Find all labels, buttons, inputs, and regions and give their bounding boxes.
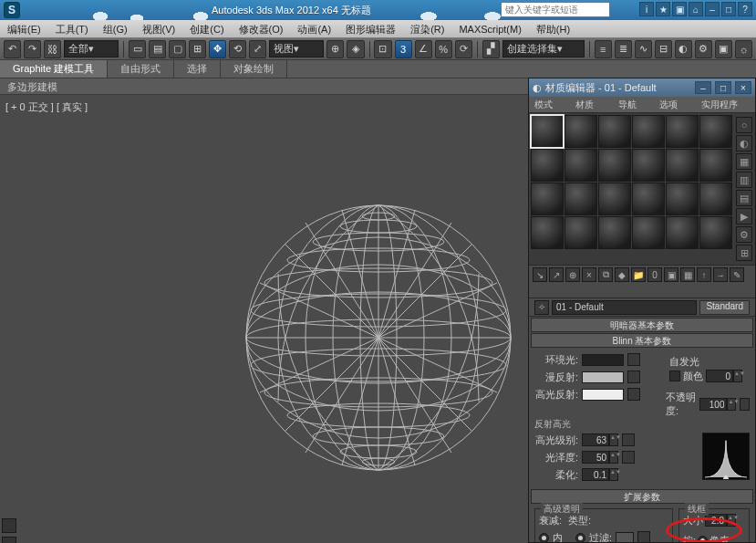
- material-slot[interactable]: [666, 115, 699, 148]
- material-slot[interactable]: [598, 216, 631, 249]
- put-library-icon[interactable]: 📁: [631, 267, 646, 282]
- opacity-spinner[interactable]: [699, 398, 727, 411]
- schematic-icon[interactable]: ⊟: [655, 40, 672, 58]
- material-slot[interactable]: [531, 149, 564, 182]
- window-crossing-icon[interactable]: ⊞: [189, 40, 206, 58]
- diffuse-swatch[interactable]: [582, 371, 624, 383]
- refcoord-combo[interactable]: 视图 ▾: [269, 40, 324, 57]
- material-slot[interactable]: [699, 149, 732, 182]
- get-material-icon[interactable]: ↘: [533, 267, 547, 282]
- material-slot[interactable]: [598, 183, 631, 215]
- material-slot[interactable]: [531, 183, 564, 215]
- background-icon[interactable]: ▦: [736, 153, 752, 170]
- menu-graph[interactable]: 图形编辑器: [338, 20, 403, 37]
- spec-level-spinner[interactable]: [582, 433, 609, 446]
- select-name-icon[interactable]: ▤: [149, 40, 166, 58]
- named-selection-combo[interactable]: 创建选择集 ▾: [502, 40, 585, 57]
- material-slot[interactable]: [699, 115, 732, 148]
- menu-animation[interactable]: 动画(A): [290, 20, 338, 37]
- link-icon[interactable]: ⛓: [44, 40, 61, 58]
- gloss-spinner[interactable]: [582, 451, 609, 464]
- slot-count-icon[interactable]: ⊞: [736, 245, 752, 261]
- info-icon[interactable]: i: [639, 2, 654, 16]
- help-search-input[interactable]: [501, 2, 610, 17]
- material-slot[interactable]: [598, 149, 631, 182]
- filter-swatch[interactable]: [616, 532, 634, 543]
- soften-spinner[interactable]: [582, 468, 609, 481]
- sample-type-icon[interactable]: ○: [736, 117, 752, 133]
- curve-editor-icon[interactable]: ∿: [635, 40, 652, 58]
- ambient-swatch[interactable]: [582, 354, 624, 366]
- material-slot-1[interactable]: [531, 115, 564, 148]
- opacity-map-icon[interactable]: [740, 398, 750, 411]
- type-filter-radio[interactable]: [575, 533, 585, 543]
- material-slot[interactable]: [632, 149, 665, 182]
- angle-snap-icon[interactable]: ∠: [415, 40, 432, 58]
- menu-render[interactable]: 渲染(R): [403, 20, 451, 37]
- render-icon[interactable]: ☼: [735, 40, 752, 58]
- percent-snap-icon[interactable]: %: [435, 40, 452, 58]
- material-slot[interactable]: [666, 183, 699, 215]
- mat-menu-options[interactable]: 选项(O): [654, 97, 696, 112]
- mat-max-button[interactable]: □: [715, 81, 731, 94]
- viewport-label[interactable]: [ + 0 正交 ] [ 真实 ]: [5, 100, 88, 114]
- diffuse-map-icon[interactable]: [627, 371, 640, 383]
- ribbon-tab-paint[interactable]: 对象绘制: [221, 60, 287, 78]
- rollout-shader-params[interactable]: 明暗器基本参数: [531, 318, 753, 332]
- spec-level-map-icon[interactable]: [622, 433, 635, 446]
- go-forward-icon[interactable]: →: [713, 267, 728, 282]
- menu-edit[interactable]: 编辑(E): [0, 20, 48, 37]
- align-icon[interactable]: ≡: [595, 40, 612, 58]
- ribbon-tab-freeform[interactable]: 自由形式: [108, 60, 174, 78]
- show-end-icon[interactable]: ▦: [680, 267, 695, 282]
- pick-material-icon[interactable]: ✎: [730, 267, 744, 282]
- material-editor-icon[interactable]: ◐: [675, 40, 692, 58]
- sample-uv-icon[interactable]: ▥: [736, 172, 752, 188]
- material-slot[interactable]: [632, 216, 665, 249]
- snap-toggle-icon[interactable]: ⊡: [374, 40, 391, 58]
- render-frame-icon[interactable]: ▣: [715, 40, 732, 58]
- material-slot[interactable]: [564, 216, 597, 249]
- video-check-icon[interactable]: ▤: [736, 190, 752, 206]
- material-slot[interactable]: [632, 115, 665, 148]
- wire-pixels-radio[interactable]: [698, 536, 708, 543]
- filter-map-icon[interactable]: [637, 531, 650, 542]
- steering-wheel-icon[interactable]: [2, 537, 16, 543]
- material-slot[interactable]: [699, 183, 732, 215]
- mat-menu-util[interactable]: 实用程序(U): [696, 97, 755, 112]
- material-type-button[interactable]: Standard: [699, 300, 750, 315]
- ambient-lock-icon[interactable]: [627, 353, 640, 366]
- viewcube-icon[interactable]: [2, 518, 16, 533]
- menu-view[interactable]: 视图(V): [135, 20, 183, 37]
- scale-icon[interactable]: ⤢: [249, 40, 266, 58]
- spinner-snap-icon[interactable]: ⟳: [455, 40, 472, 58]
- wire-size-spinner[interactable]: [705, 514, 727, 527]
- move-icon[interactable]: ✥: [209, 40, 226, 58]
- ribbon-tab-graphite[interactable]: Graphite 建模工具: [0, 60, 108, 78]
- material-slot[interactable]: [666, 149, 699, 182]
- material-slot[interactable]: [564, 183, 597, 215]
- snap3d-icon[interactable]: 3: [395, 40, 412, 58]
- menu-modifiers[interactable]: 修改器(O): [232, 20, 291, 37]
- material-slot[interactable]: [632, 183, 665, 215]
- help-icon[interactable]: ?: [738, 2, 752, 16]
- redo-icon[interactable]: ↷: [24, 40, 41, 58]
- make-copy-icon[interactable]: ⧉: [598, 267, 613, 282]
- center-icon[interactable]: ⊕: [326, 40, 344, 58]
- material-slot[interactable]: [531, 216, 564, 249]
- reset-map-icon[interactable]: ×: [582, 267, 596, 282]
- selfillum-spinner[interactable]: [706, 370, 733, 382]
- mat-menu-material[interactable]: 材质(M): [570, 97, 612, 112]
- falloff-in-radio[interactable]: [539, 533, 549, 543]
- layers-icon[interactable]: ≣: [615, 40, 632, 58]
- rollout-extended-params[interactable]: 扩展参数: [531, 489, 753, 504]
- menu-group[interactable]: 组(G): [96, 20, 135, 37]
- assign-selection-icon[interactable]: ⊕: [565, 267, 580, 282]
- min-icon[interactable]: –: [705, 2, 720, 16]
- menu-maxscript[interactable]: MAXScript(M): [451, 20, 528, 37]
- menu-help[interactable]: 帮助(H): [529, 20, 577, 37]
- mirror-icon[interactable]: ▞: [482, 40, 500, 58]
- menu-tools[interactable]: 工具(T): [48, 20, 96, 37]
- material-name-input[interactable]: [552, 300, 697, 315]
- gloss-map-icon[interactable]: [622, 451, 635, 464]
